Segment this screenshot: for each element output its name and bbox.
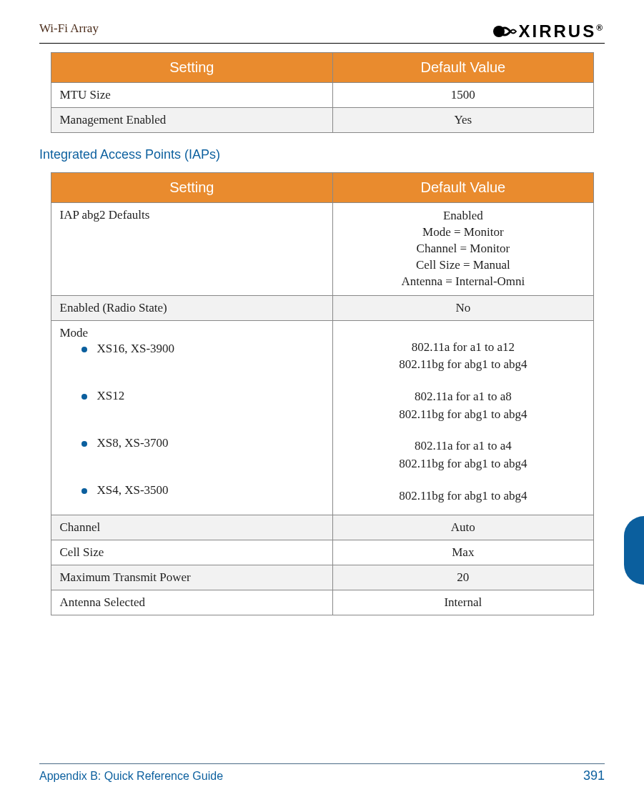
value-line: 802.11bg for abg1 to abg4 xyxy=(342,356,584,374)
table-row: Management Enabled Yes xyxy=(51,108,593,133)
setting-cell: Cell Size xyxy=(51,540,333,565)
side-tab-icon xyxy=(624,516,644,585)
table-row: Enabled (Radio State) No xyxy=(51,295,593,320)
list-item: XS16, XS-3900 xyxy=(81,342,325,356)
table-row: IAP abg2 Defaults Enabled Mode = Monitor… xyxy=(51,203,593,296)
setting-cell: IAP abg2 Defaults xyxy=(51,203,333,296)
list-item: XS8, XS-3700 xyxy=(81,436,325,450)
value-cell: Internal xyxy=(333,590,593,615)
brand-logo: XIRRUS® xyxy=(492,21,605,41)
table-header: Default Value xyxy=(333,173,593,203)
table-row: Channel Auto xyxy=(51,515,593,540)
setting-cell: MTU Size xyxy=(51,83,333,108)
value-line: Cell Size = Manual xyxy=(342,257,584,274)
value-line: 802.11a for a1 to a12 xyxy=(342,339,584,357)
value-line: Enabled xyxy=(342,208,584,224)
setting-cell: Antenna Selected xyxy=(51,590,333,615)
section-heading: Integrated Access Points (IAPs) xyxy=(39,147,605,162)
registered-icon: ® xyxy=(596,23,605,33)
value-cell: Enabled Mode = Monitor Channel = Monitor… xyxy=(333,203,593,296)
table-row: Mode XS16, XS-3900 XS12 XS8, XS-3700 XS4… xyxy=(51,320,593,515)
value-line: 802.11bg for abg1 to abg4 xyxy=(342,487,584,505)
list-item: XS4, XS-3500 xyxy=(81,483,325,497)
logo-mark-icon xyxy=(492,22,517,41)
footer-divider xyxy=(39,763,605,764)
value-cell: 802.11a for a1 to a12 802.11bg for abg1 … xyxy=(333,320,593,515)
value-line: 802.11a for a1 to a8 xyxy=(342,388,584,406)
value-line: 802.11a for a1 to a4 xyxy=(342,437,584,455)
value-cell: No xyxy=(333,295,593,320)
value-line: 802.11bg for abg1 to abg4 xyxy=(342,455,584,473)
setting-cell: Channel xyxy=(51,515,333,540)
mode-label: Mode xyxy=(60,326,325,340)
setting-cell: Enabled (Radio State) xyxy=(51,295,333,320)
doc-title: Wi-Fi Array xyxy=(39,21,99,36)
value-cell: 20 xyxy=(333,565,593,590)
table-row: MTU Size 1500 xyxy=(51,83,593,108)
value-cell: Auto xyxy=(333,515,593,540)
table-header: Setting xyxy=(51,173,333,203)
value-cell: 1500 xyxy=(333,83,593,108)
setting-cell: Maximum Transmit Power xyxy=(51,565,333,590)
header-divider xyxy=(39,43,605,44)
table-header: Setting xyxy=(51,53,333,83)
list-item: XS12 xyxy=(81,389,325,403)
value-line: 802.11bg for abg1 to abg4 xyxy=(342,406,584,424)
setting-cell: Management Enabled xyxy=(51,108,333,133)
footer-title: Appendix B: Quick Reference Guide xyxy=(39,770,223,783)
table-row: Antenna Selected Internal xyxy=(51,590,593,615)
value-line: Channel = Monitor xyxy=(342,241,584,257)
value-cell: Max xyxy=(333,540,593,565)
table-header: Default Value xyxy=(333,53,593,83)
value-line: Mode = Monitor xyxy=(342,224,584,241)
logo-text: XIRRUS® xyxy=(518,21,605,41)
settings-table-iaps: Setting Default Value IAP abg2 Defaults … xyxy=(51,172,594,615)
setting-cell: Mode XS16, XS-3900 XS12 XS8, XS-3700 XS4… xyxy=(51,320,333,515)
value-cell: Yes xyxy=(333,108,593,133)
value-line: Antenna = Internal-Omni xyxy=(342,274,584,290)
table-row: Cell Size Max xyxy=(51,540,593,565)
page-number: 391 xyxy=(583,768,605,783)
settings-table-1: Setting Default Value MTU Size 1500 Mana… xyxy=(51,52,594,133)
table-row: Maximum Transmit Power 20 xyxy=(51,565,593,590)
